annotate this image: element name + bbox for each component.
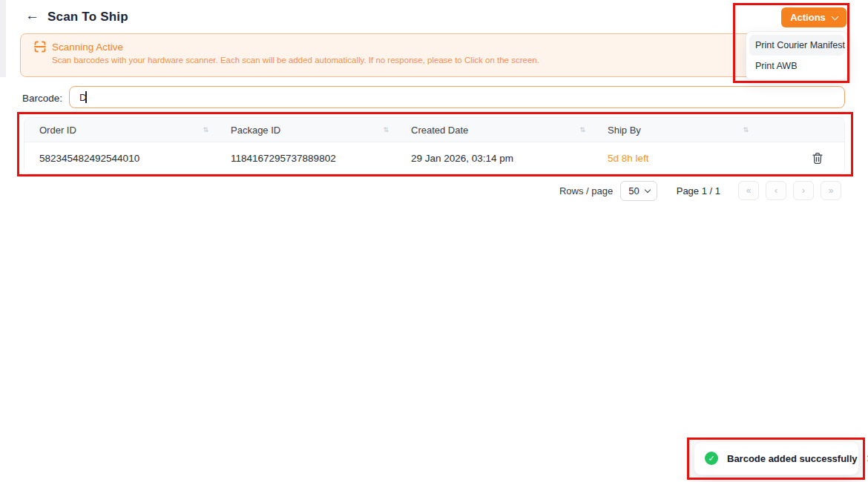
actions-button-label: Actions xyxy=(790,12,826,23)
column-label: Ship By xyxy=(608,125,641,136)
column-header-created-date[interactable]: Created Date ⇅ xyxy=(396,125,593,136)
success-check-icon: ✓ xyxy=(705,452,718,465)
column-label: Package ID xyxy=(231,125,280,136)
cell-created-date: 29 Jan 2026, 03:14 pm xyxy=(396,153,593,164)
sort-icon[interactable]: ⇅ xyxy=(579,127,585,133)
next-page-button[interactable]: › xyxy=(793,181,814,200)
rows-per-page-label: Rows / page xyxy=(559,185,613,197)
column-header-package-id[interactable]: Package ID ⇅ xyxy=(216,125,396,136)
rows-per-page-select[interactable]: 50 xyxy=(620,181,657,201)
sort-icon[interactable]: ⇅ xyxy=(203,127,208,133)
sort-icon[interactable]: ⇅ xyxy=(743,127,749,133)
pagination-bar: Rows / page 50 Page 1 / 1 « ‹ › » xyxy=(559,180,841,201)
menu-item-print-courier-manifest[interactable]: Print Courier Manifest xyxy=(749,35,844,56)
scan-icon xyxy=(34,41,46,53)
back-arrow-icon[interactable]: ← xyxy=(25,7,39,24)
rows-per-page-value: 50 xyxy=(628,185,639,197)
menu-item-print-awb[interactable]: Print AWB xyxy=(749,56,844,76)
column-header-order-id[interactable]: Order ID ⇅ xyxy=(24,125,216,136)
toast-close-icon[interactable]: ✕ xyxy=(865,452,868,466)
trash-icon xyxy=(812,152,823,165)
cell-package-id: 1184167295737889802 xyxy=(216,153,396,164)
actions-dropdown-menu: Print Courier Manifest Print AWB xyxy=(746,31,848,80)
cell-ship-by: 5d 8h left xyxy=(593,153,756,164)
table-row: 582345482492544010 1184167295737889802 2… xyxy=(24,142,844,174)
success-toast: ✓ Barcode added successfully ✕ xyxy=(694,441,859,475)
barcode-input[interactable] xyxy=(69,86,845,108)
cell-order-id: 582345482492544010 xyxy=(24,153,216,164)
barcode-label: Barcode: xyxy=(22,93,62,104)
chevron-down-icon xyxy=(831,13,838,20)
column-label: Created Date xyxy=(411,125,468,136)
last-page-button[interactable]: » xyxy=(821,181,841,200)
actions-button[interactable]: Actions xyxy=(781,7,846,27)
delete-row-button[interactable] xyxy=(812,152,823,165)
first-page-button[interactable]: « xyxy=(738,181,759,200)
column-label: Order ID xyxy=(39,125,76,136)
chevron-down-icon xyxy=(644,186,650,192)
page-indicator: Page 1 / 1 xyxy=(677,185,720,197)
scanning-active-banner: Scanning Active Scan barcodes with your … xyxy=(20,33,848,77)
sort-icon[interactable]: ⇅ xyxy=(383,127,389,133)
page-edge-strip xyxy=(0,0,6,77)
scan-to-ship-page: ← Scan To Ship Actions Scanning Active S… xyxy=(0,0,868,482)
prev-page-button[interactable]: ‹ xyxy=(766,181,786,200)
banner-description: Scan barcodes with your hardware scanner… xyxy=(52,56,837,65)
shipments-table: Order ID ⇅ Package ID ⇅ Created Date ⇅ S… xyxy=(24,117,845,174)
banner-title: Scanning Active xyxy=(52,42,123,53)
text-caret xyxy=(85,91,87,103)
page-title: Scan To Ship xyxy=(47,10,128,24)
table-header-row: Order ID ⇅ Package ID ⇅ Created Date ⇅ S… xyxy=(24,118,844,142)
toast-message: Barcode added successfully xyxy=(727,453,858,464)
column-header-ship-by[interactable]: Ship By ⇅ xyxy=(593,125,756,136)
